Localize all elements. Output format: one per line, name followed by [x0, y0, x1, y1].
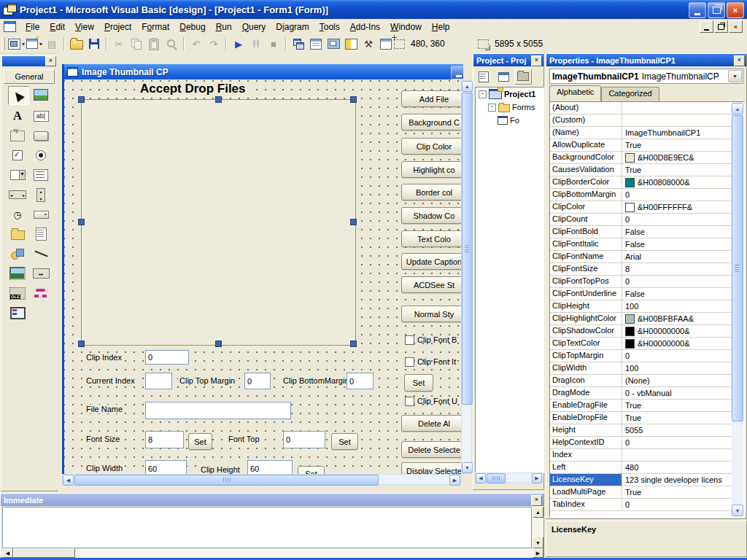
property-value[interactable]: &H00808000&	[622, 176, 732, 189]
property-value[interactable]: (None)	[622, 375, 732, 387]
property-value[interactable]: False	[622, 288, 732, 300]
property-row-enabledragfile[interactable]: EnableDragFileTrue	[550, 400, 732, 412]
property-row-licensekey[interactable]: LicenseKey123 single developer licens	[550, 474, 732, 486]
data-view-button[interactable]	[378, 36, 394, 52]
scroll-down-icon[interactable]: ▼	[533, 537, 543, 548]
restore-button[interactable]	[708, 2, 725, 18]
mdi-horizontal-scrollbar[interactable]: ◀ ▶	[62, 474, 461, 485]
property-row-clipbordercolor[interactable]: ClipBorderColor&H00808000&	[550, 176, 732, 189]
toggle-folders-button[interactable]	[514, 69, 532, 85]
property-row-dragmode[interactable]: DragMode0 - vbManual	[550, 387, 732, 400]
property-value[interactable]: &H00BFBFAA&	[622, 313, 732, 325]
tool-picturebox[interactable]	[31, 86, 51, 104]
property-value[interactable]: 100	[622, 300, 732, 313]
property-value[interactable]: &H00FFFFFF&	[622, 201, 732, 214]
property-value[interactable]: 0	[622, 437, 732, 449]
property-value[interactable]: 100	[622, 362, 732, 375]
property-value[interactable]: 0	[622, 214, 732, 226]
scroll-right-icon[interactable]: ▶	[533, 548, 543, 558]
tree-node-fo[interactable]: Fo	[476, 114, 543, 127]
property-row-clipfonttoppos[interactable]: ClipFontTopPos0	[550, 276, 732, 288]
tool-vscrollbar[interactable]	[31, 186, 51, 203]
property-row-left[interactable]: Left480	[550, 462, 732, 474]
side-button-border-col[interactable]: Border col	[401, 184, 461, 201]
tool-frame[interactable]	[8, 127, 28, 144]
horizontal-scroll-thumb[interactable]	[487, 473, 506, 483]
side-button-highlight-co[interactable]: Highlight co	[401, 161, 461, 178]
scroll-left-icon[interactable]: ◀	[2, 548, 13, 558]
set-font-size-button[interactable]: Set	[188, 433, 212, 450]
property-row-name[interactable]: (Name)ImageThumbnailCP1	[550, 127, 732, 139]
property-value[interactable]: False	[622, 238, 732, 251]
current-index-input[interactable]	[145, 373, 172, 389]
project-horizontal-scrollbar[interactable]: ◀ ▶	[475, 472, 543, 483]
property-row-clipfontitalic[interactable]: ClipFontItalicFalse	[550, 238, 732, 251]
menu-tools[interactable]: Tools	[314, 20, 345, 34]
property-value[interactable]: 480	[622, 462, 732, 474]
property-value[interactable]	[622, 102, 732, 114]
form-caption-label[interactable]: Accept Drop Files	[137, 82, 249, 96]
clip-height-input[interactable]	[247, 460, 293, 474]
clip-index-input[interactable]	[145, 350, 189, 365]
font-top-input[interactable]	[283, 431, 325, 448]
property-value[interactable]: 0	[622, 350, 732, 362]
action-button-delete-selecte[interactable]: Delete Selecte	[401, 441, 461, 458]
properties-window-button[interactable]	[308, 36, 324, 52]
immediate-titlebar[interactable]: Immediate	[1, 494, 543, 506]
property-row-allowduplicate[interactable]: AllowDuplicateTrue	[550, 139, 732, 152]
menu-format[interactable]: Format	[136, 20, 174, 34]
property-row-clipcolor[interactable]: ClipColor&H00FFFFFF&	[550, 201, 732, 214]
property-row-enabledropfile[interactable]: EnableDropFileTrue	[550, 412, 732, 424]
tool-filelistbox[interactable]	[31, 225, 51, 243]
property-row-clipshadowcolor[interactable]: ClipShadowColor&H00000000&	[550, 325, 732, 338]
property-value[interactable]: 123 single developer licens	[622, 474, 732, 486]
scroll-up-icon[interactable]: ▲	[533, 507, 543, 518]
scroll-track[interactable]	[75, 548, 533, 558]
scroll-left-icon[interactable]: ◀	[476, 473, 486, 483]
menu-project[interactable]: Project	[99, 20, 136, 34]
view-code-button[interactable]	[475, 69, 492, 85]
tab-categorized[interactable]: Categorized	[601, 87, 659, 101]
font-size-input[interactable]	[145, 431, 184, 448]
property-row-clipbottommargin[interactable]: ClipBottomMargin0	[550, 189, 732, 201]
properties-titlebar[interactable]: Properties - ImageThumbnailCP1	[546, 54, 746, 66]
property-row-about[interactable]: (About)	[550, 102, 732, 114]
add-form-button[interactable]: ▾	[26, 36, 42, 52]
property-value[interactable]: Arial	[622, 251, 732, 263]
menu-help[interactable]: Help	[427, 20, 455, 34]
selection-handle[interactable]	[350, 96, 357, 103]
mdi-vertical-scrollbar[interactable]: ▲ ▼	[461, 80, 472, 474]
action-button-delete-al[interactable]: Delete Al	[401, 415, 461, 432]
side-button-normal-sty[interactable]: Normal Sty	[401, 306, 461, 322]
save-project-group-button[interactable]	[86, 36, 102, 52]
horizontal-scroll-thumb[interactable]	[13, 548, 75, 558]
property-value[interactable]	[622, 114, 732, 127]
tool-pointer[interactable]	[8, 86, 29, 105]
scroll-up-icon[interactable]: ▲	[462, 81, 473, 92]
menu-add-ins[interactable]: Add-Ins	[345, 20, 385, 34]
property-row-clipheight[interactable]: ClipHeight100	[550, 300, 732, 313]
property-value[interactable]: True	[622, 164, 732, 176]
scroll-left-icon[interactable]: ◀	[63, 475, 74, 486]
tool-custom-control-1[interactable]	[31, 284, 51, 302]
set-font-top-button[interactable]: Set	[331, 433, 358, 450]
property-row-index[interactable]: Index	[550, 449, 732, 462]
immediate-text-area[interactable]	[2, 507, 532, 548]
mdi-restore-button[interactable]	[714, 20, 728, 33]
selection-handle[interactable]	[350, 219, 357, 225]
property-row-clipfontunderline[interactable]: ClipFontUnderlineFalse	[550, 288, 732, 300]
menu-window[interactable]: Window	[385, 20, 427, 34]
selection-handle[interactable]	[350, 341, 357, 347]
scroll-down-icon[interactable]: ▼	[732, 505, 743, 516]
tab-alphabetic[interactable]: Alphabetic	[549, 85, 601, 101]
tool-commandbutton[interactable]	[31, 127, 51, 144]
tool-line[interactable]	[31, 245, 51, 262]
tool-timer[interactable]: ◷	[8, 206, 28, 223]
property-value[interactable]	[622, 449, 732, 462]
selection-handle[interactable]	[215, 96, 222, 103]
add-project-dropdown-icon[interactable]: ▾	[22, 41, 25, 47]
menu-edit[interactable]: Edit	[44, 20, 70, 34]
project-explorer-button[interactable]	[290, 36, 306, 52]
add-form-dropdown-icon[interactable]: ▾	[39, 41, 42, 47]
tool-label[interactable]: A	[8, 107, 28, 125]
